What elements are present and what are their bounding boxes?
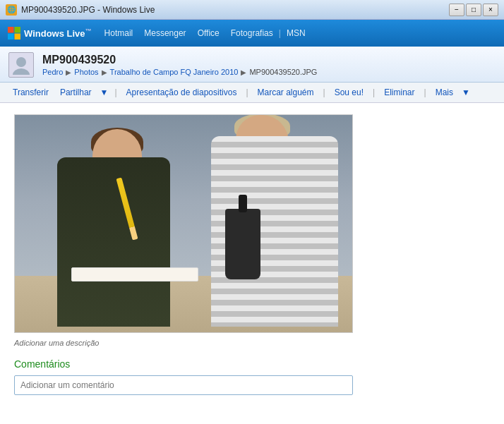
comment-input[interactable] bbox=[14, 375, 353, 395]
avatar bbox=[8, 52, 34, 78]
breadcrumb-photos[interactable]: Photos bbox=[74, 68, 98, 76]
photo-scene bbox=[15, 115, 352, 332]
nav-fotografias[interactable]: Fotografias bbox=[225, 28, 279, 38]
profile-bar: MP900439520 Pedro ▶ Photos ▶ Trabalho de… bbox=[0, 47, 504, 83]
mais-dropdown[interactable]: ▼ bbox=[460, 86, 472, 99]
marcar-button[interactable]: Marcar alguém bbox=[253, 86, 318, 99]
breadcrumb-arrow-3: ▶ bbox=[241, 68, 246, 76]
butterfly-icon bbox=[7, 26, 21, 40]
toolbar-sep-3: | bbox=[323, 87, 325, 97]
breadcrumb-current: MP900439520.JPG bbox=[249, 68, 317, 76]
breadcrumb-arrow-2: ▶ bbox=[102, 68, 107, 76]
window-title: MP900439520.JPG - Windows Live bbox=[21, 5, 155, 15]
svg-rect-2 bbox=[8, 34, 14, 40]
title-bar: 🌐 MP900439520.JPG - Windows Live − □ × bbox=[0, 0, 504, 20]
minimize-button[interactable]: − bbox=[449, 4, 464, 16]
nav-bar: Windows Live™ Hotmail Messenger Office F… bbox=[0, 20, 504, 47]
transferir-button[interactable]: Transferir bbox=[8, 86, 53, 99]
nav-office[interactable]: Office bbox=[192, 28, 225, 38]
nav-messenger[interactable]: Messenger bbox=[138, 28, 191, 38]
windows-live-logo[interactable]: Windows Live™ bbox=[7, 26, 92, 40]
mais-button[interactable]: Mais bbox=[431, 86, 457, 99]
breadcrumb: Pedro ▶ Photos ▶ Trabalho de Campo FQ Ja… bbox=[42, 68, 317, 76]
maximize-button[interactable]: □ bbox=[466, 4, 481, 16]
nav-hotmail[interactable]: Hotmail bbox=[99, 28, 139, 38]
paper bbox=[71, 267, 198, 281]
toolbar: Transferir Partilhar ▼ | Apresentação de… bbox=[0, 83, 504, 103]
toolbar-sep-2: | bbox=[246, 87, 248, 97]
svg-point-5 bbox=[13, 68, 30, 75]
breadcrumb-album[interactable]: Trabalho de Campo FQ Janeiro 2010 bbox=[110, 68, 239, 76]
svg-rect-0 bbox=[8, 27, 14, 33]
apresentacao-button[interactable]: Apresentação de diapositivos bbox=[122, 86, 241, 99]
microscope bbox=[225, 209, 260, 279]
partilhar-button[interactable]: Partilhar bbox=[56, 86, 96, 99]
svg-rect-3 bbox=[15, 34, 21, 40]
photo-title: MP900439520 bbox=[42, 54, 317, 66]
close-button[interactable]: × bbox=[483, 4, 498, 16]
window-controls: − □ × bbox=[449, 4, 498, 16]
boy1-body bbox=[57, 157, 170, 327]
breadcrumb-arrow-1: ▶ bbox=[66, 68, 71, 76]
toolbar-sep-1: | bbox=[114, 87, 116, 97]
toolbar-sep-5: | bbox=[424, 87, 426, 97]
partilhar-dropdown[interactable]: ▼ bbox=[99, 86, 110, 99]
avatar-image bbox=[11, 55, 31, 75]
photo-image bbox=[15, 115, 352, 332]
toolbar-sep-4: | bbox=[373, 87, 375, 97]
svg-rect-1 bbox=[15, 27, 21, 33]
content-area: Adicionar uma descrição Comentários bbox=[0, 103, 504, 406]
photo-container bbox=[14, 114, 353, 333]
nav-logo-text: Windows Live™ bbox=[24, 28, 92, 39]
svg-point-4 bbox=[16, 57, 26, 67]
window-icon: 🌐 bbox=[6, 4, 17, 16]
comments-header: Comentários bbox=[14, 358, 490, 370]
photo-description[interactable]: Adicionar uma descrição bbox=[14, 339, 490, 347]
profile-info: MP900439520 Pedro ▶ Photos ▶ Trabalho de… bbox=[42, 54, 317, 76]
eliminar-button[interactable]: Eliminar bbox=[380, 86, 419, 99]
sou-eu-button[interactable]: Sou eu! bbox=[330, 86, 368, 99]
nav-msn[interactable]: MSN bbox=[281, 28, 311, 38]
breadcrumb-user[interactable]: Pedro bbox=[42, 68, 63, 76]
